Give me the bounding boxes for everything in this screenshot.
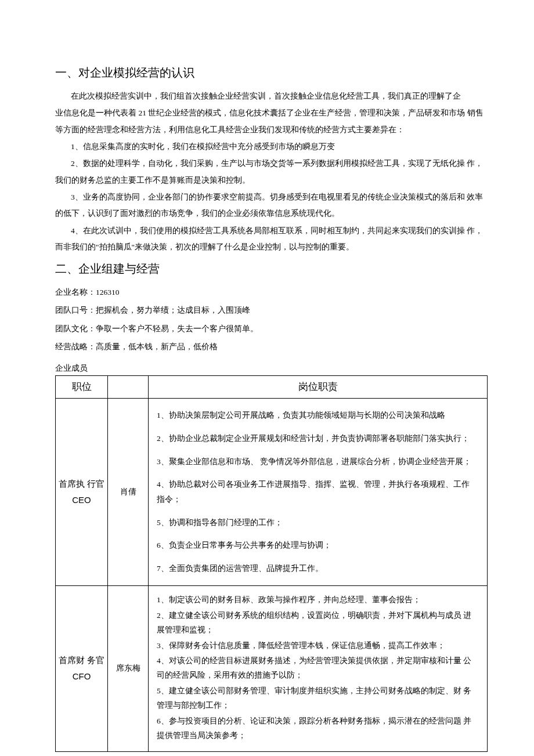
section1-p2: 1、信息采集高度的实时化，我们在模拟经营中充分感受到市场的瞬息万变 (55, 139, 488, 155)
duty-item: 3、聚集企业部信息和市场、 竞争情况等外部信息，进展综合分析，协调企业经营开展； (157, 454, 477, 469)
table-row: 首席执 行官 CEO 肖倩 1、协助决策层制定公司开展战略，负责其功能领域短期与… (56, 399, 488, 585)
duty-item: 4、协助总裁对公司各项业务工作进展指导、指挥、监视、管理，并执行各项规程、工作指… (157, 477, 477, 507)
section1-p1b: 业信息化是一种代表着 21 世纪企业经营的模式，信息化技术囊括了企业在生产经营，… (55, 105, 488, 138)
duty-item: 1、制定该公司的财务目标、政策与操作程序，并向总经理、董事会报告； (157, 593, 477, 607)
duty-item: 4、对该公司的经营目标进展财务描述，为经营管理决策提供依据，并定期审核和计量 公… (157, 654, 477, 683)
position-en: CFO (57, 668, 106, 684)
cell-position: 首席执 行官 CEO (56, 399, 108, 585)
section1-title: 一、对企业模拟经营的认识 (55, 64, 488, 81)
members-table: 职位 岗位职责 首席执 行官 CEO 肖倩 1、协助决策层制定公司开展战略，负责… (55, 375, 488, 752)
table-row: 首席财 务官 CFO 席东梅 1、制定该公司的财务目标、政策与操作程序，并向总经… (56, 585, 488, 752)
section2-title: 二、企业组建与经营 (55, 260, 488, 277)
cell-name: 席东梅 (108, 585, 149, 752)
duty-item: 5、协调和指导各部门经理的工作； (157, 515, 477, 530)
position-en: CEO (57, 492, 106, 508)
duty-item: 1、协助决策层制定公司开展战略，负责其功能领域短期与长期的公司决策和战略 (157, 408, 477, 423)
members-label: 企业成员 (55, 363, 488, 374)
header-duty: 岗位职责 (149, 375, 488, 399)
section1-p1a: 在此次模拟经营实训中，我们组首次接触企业经营实训，首次接触企业信息化经营工具，我… (55, 88, 488, 104)
duty-item: 6、参与投资项目的分析、论证和决策，跟踪分析各种财务指标，揭示潜在的经营问题 并… (157, 714, 477, 743)
team-slogan: 团队口号：把握机会，努力举绩；达成目标，入围顶峰 (55, 301, 488, 319)
company-name-line: 企业名称：126310 (55, 283, 488, 301)
duty-item: 5、建立健全该公司部财务管理、审计制度并组织实施，主持公司财务战略的制定、财 务… (157, 684, 477, 713)
company-name-label: 企业名称： (55, 288, 96, 296)
cell-duty: 1、协助决策层制定公司开展战略，负责其功能领域短期与长期的公司决策和战略 2、协… (149, 399, 488, 585)
cell-position: 首席财 务官 CFO (56, 585, 108, 752)
team-culture: 团队文化：争取一个客户不轻易，失去一个客户很简单。 (55, 320, 488, 338)
duty-item: 2、建立健全该公司财务系统的组织结构，设置岗位，明确职责，并对下属机构与成员 进… (157, 609, 477, 638)
cell-name: 肖倩 (108, 399, 149, 585)
business-strategy: 经营战略：高质量，低本钱，新产品，低价格 (55, 338, 488, 356)
section1-p3: 2、数据的处理科学，自动化，我们采购，生产以与市场交货等一系列数据利用模拟经营工… (55, 155, 488, 189)
header-position: 职位 (56, 375, 108, 399)
position-cn: 首席财 务官 (57, 653, 106, 668)
section1-p5: 4、在此次试训中，我们使用的模拟经营工具系统各局部相互联系，同时相互制约，共同起… (55, 223, 488, 256)
duty-item: 3、保障财务会计信息质量，降低经营管理本钱，保证信息通畅，提高工作效率； (157, 639, 477, 653)
section1-p4: 3、业务的高度协同，企业各部门的协作要求空前提高。切身感受到在电视里看见的传统企… (55, 189, 488, 222)
position-cn: 首席执 行官 (57, 476, 106, 492)
company-name-value: 126310 (96, 288, 120, 296)
table-header-row: 职位 岗位职责 (56, 375, 488, 399)
duty-item: 7、全面负责集团的运营管理、品牌提升工作。 (157, 561, 477, 576)
duty-item: 6、负责企业日常事务与公共事务的处理与协调； (157, 538, 477, 553)
duty-item: 2、协助企业总裁制定企业开展规划和经营计划，并负责协调部署各职能部门落实执行； (157, 431, 477, 446)
header-name (108, 375, 149, 399)
cell-duty: 1、制定该公司的财务目标、政策与操作程序，并向总经理、董事会报告； 2、建立健全… (149, 585, 488, 752)
